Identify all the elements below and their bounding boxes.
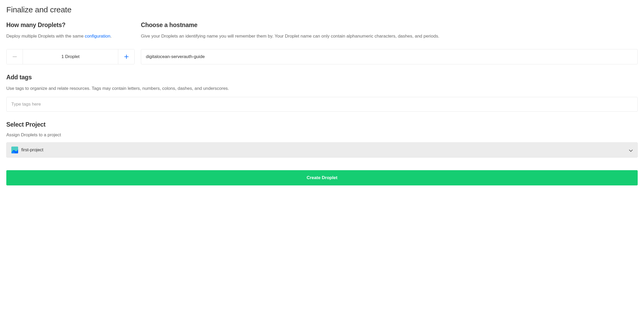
configuration-link[interactable]: configuration: [85, 34, 110, 39]
page-title: Finalize and create: [6, 5, 638, 14]
project-select[interactable]: first-project: [6, 142, 638, 158]
tags-input[interactable]: [6, 97, 638, 112]
hostname-desc: Give your Droplets an identifying name y…: [141, 33, 638, 40]
chevron-down-icon: [629, 148, 633, 152]
stepper-decrement-button[interactable]: [7, 49, 23, 64]
project-desc: Assign Droplets to a project: [6, 132, 638, 138]
tags-heading: Add tags: [6, 74, 638, 81]
minus-icon: [13, 56, 17, 57]
droplets-desc-suffix: .: [110, 34, 112, 39]
project-icon: [11, 147, 18, 153]
project-heading: Select Project: [6, 121, 638, 128]
hostname-heading: Choose a hostname: [141, 22, 638, 29]
droplet-count-label: 1 Droplet: [23, 49, 118, 64]
hostname-input[interactable]: [141, 49, 638, 64]
create-droplet-button[interactable]: Create Droplet: [6, 170, 638, 185]
tags-desc: Use tags to organize and relate resource…: [6, 85, 638, 92]
droplet-stepper: 1 Droplet: [6, 49, 135, 64]
stepper-increment-button[interactable]: [118, 49, 134, 64]
project-name: first-project: [21, 147, 629, 153]
droplets-desc: Deploy multiple Droplets with the same c…: [6, 33, 135, 40]
droplets-desc-prefix: Deploy multiple Droplets with the same: [6, 34, 85, 39]
droplets-heading: How many Droplets?: [6, 22, 135, 29]
plus-icon: [124, 55, 129, 59]
